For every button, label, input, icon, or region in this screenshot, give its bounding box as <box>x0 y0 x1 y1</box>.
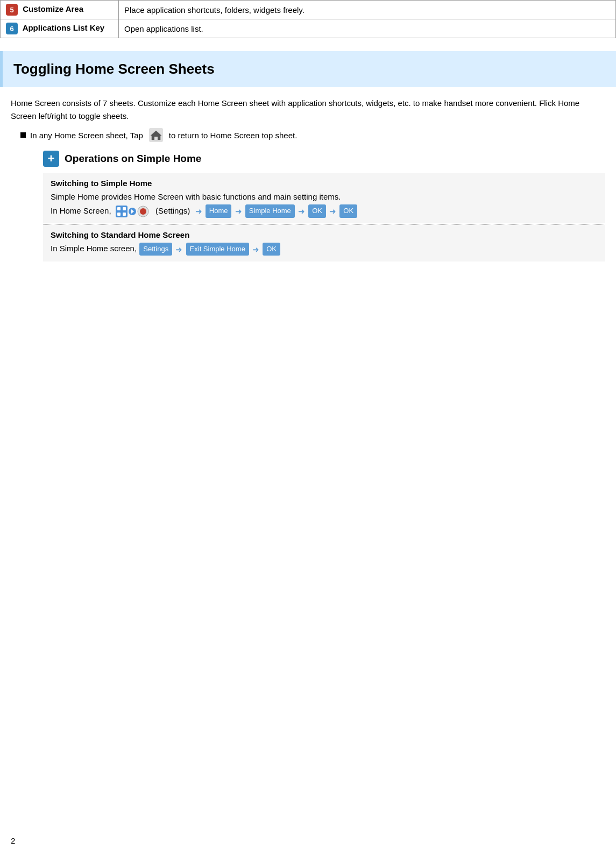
nav-arrow-0: ➜ <box>195 204 202 218</box>
nav-arrow-2: ➜ <box>298 204 305 218</box>
svg-point-11 <box>140 208 146 215</box>
nav-step-settings: Settings <box>139 243 172 256</box>
operations-title-text: Operations on Simple Home <box>65 153 201 165</box>
home-icon <box>149 128 163 142</box>
page-number: 2 <box>11 836 15 845</box>
badge-5: 5 <box>6 4 18 16</box>
ops-section-1-line1: Simple Home provides Home Screen with ba… <box>51 192 341 201</box>
operations-block: + Operations on Simple Home Switching to… <box>43 151 605 261</box>
bullet-square-icon <box>20 132 26 138</box>
nav-arrow-4: ➜ <box>175 243 182 257</box>
customize-label: Customize Area <box>23 4 83 13</box>
plus-icon: + <box>43 151 59 167</box>
svg-rect-6 <box>117 213 121 216</box>
body-paragraph-1: Home Screen consists of 7 sheets. Custom… <box>11 97 605 123</box>
bullet-text-suffix: to return to Home Screen top sheet. <box>169 131 297 140</box>
section-heading: Toggling Home Screen Sheets <box>13 61 605 77</box>
bullet-text-prefix: In any Home Screen sheet, Tap <box>30 131 143 140</box>
table-row-applications: 6 Applications List Key Open application… <box>1 19 616 38</box>
main-content: Home Screen consists of 7 sheets. Custom… <box>0 97 616 261</box>
nav-step-ok-2: OK <box>339 204 357 217</box>
svg-rect-2 <box>154 137 158 140</box>
ops-in-simple-home: In Simple Home screen, <box>51 244 137 253</box>
applications-label: Applications List Key <box>23 23 105 32</box>
svg-rect-7 <box>123 213 126 216</box>
inline-icons-group <box>116 206 149 217</box>
customize-label-cell: 5 Customize Area <box>1 1 119 19</box>
red-dot-icon <box>137 206 149 217</box>
nav-step-home: Home <box>206 204 232 217</box>
badge-6: 6 <box>6 23 18 34</box>
bullet-item-1: In any Home Screen sheet, Tap to return … <box>20 128 605 142</box>
grid-app-icon <box>116 206 128 217</box>
nav-step-simple-home: Simple Home <box>245 204 295 217</box>
section-heading-block: Toggling Home Screen Sheets <box>0 51 616 87</box>
svg-rect-4 <box>117 207 121 210</box>
ops-section-2: Switching to Standard Home Screen In Sim… <box>43 225 605 261</box>
top-table: 5 Customize Area Place application short… <box>0 0 616 38</box>
nav-arrow-3: ➜ <box>329 204 336 218</box>
table-row-customize: 5 Customize Area Place application short… <box>1 1 616 19</box>
ops-in-home-screen: In Home Screen, <box>51 206 111 215</box>
ops-section-1: Switching to Simple Home Simple Home pro… <box>43 173 605 223</box>
nav-step-ok-3: OK <box>263 243 280 256</box>
ops-section-1-title: Switching to Simple Home <box>51 179 598 188</box>
ops-section-1-body: Simple Home provides Home Screen with ba… <box>51 190 598 218</box>
nav-arrow-1: ➜ <box>235 204 242 218</box>
nav-arrow-5: ➜ <box>252 243 259 257</box>
applications-label-cell: 6 Applications List Key <box>1 19 119 38</box>
ops-section-2-title: Switching to Standard Home Screen <box>51 230 598 239</box>
nav-step-exit-simple-home: Exit Simple Home <box>186 243 249 256</box>
right-arrow-icon-1 <box>129 208 136 215</box>
nav-step-ok-1: OK <box>308 204 326 217</box>
ops-section-2-body: In Simple Home screen, Settings ➜ Exit S… <box>51 242 598 256</box>
svg-rect-5 <box>123 207 126 210</box>
applications-description: Open applications list. <box>119 19 616 38</box>
ops-settings-label: (Settings) <box>153 206 193 215</box>
customize-description: Place application shortcuts, folders, wi… <box>119 1 616 19</box>
operations-title-row: + Operations on Simple Home <box>43 151 605 167</box>
